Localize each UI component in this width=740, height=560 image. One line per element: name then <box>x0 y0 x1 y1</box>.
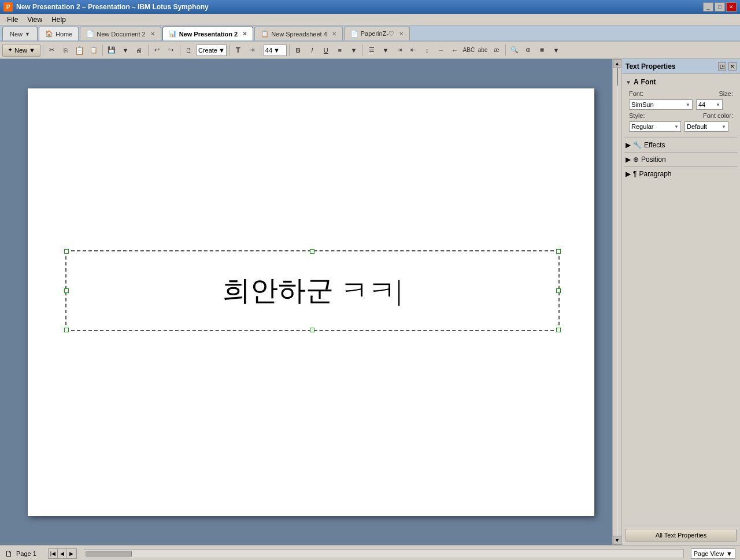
horizontal-scrollbar[interactable] <box>84 549 684 558</box>
handle-mid-left[interactable] <box>64 288 69 293</box>
handle-bot-right[interactable] <box>556 328 561 332</box>
menu-file[interactable]: File <box>2 15 23 24</box>
copy-button[interactable]: ⎘ <box>60 44 72 57</box>
style-select[interactable]: Regular ▼ <box>629 121 681 132</box>
print-button[interactable]: 🖨 <box>133 44 146 57</box>
handle-top-right[interactable] <box>556 249 561 254</box>
redo-button[interactable]: ↪ <box>165 44 177 57</box>
tab-presentation[interactable]: 📊 New Presentation 2 ✕ <box>162 27 253 40</box>
align-button[interactable]: ≡ <box>334 44 346 57</box>
tab-document-label: New Document 2 <box>97 31 145 38</box>
handle-mid-right[interactable] <box>556 288 561 293</box>
panel-footer: All Text Properties <box>622 525 740 545</box>
find-button[interactable]: 🔍 <box>508 44 521 57</box>
handle-bot-left[interactable] <box>64 328 69 332</box>
line-spacing[interactable]: ↕ <box>421 44 434 57</box>
style-color-select-row: Regular ▼ Default ▼ <box>629 121 733 132</box>
tab-home-label: Home <box>56 31 72 38</box>
bold-button[interactable]: B <box>292 44 305 57</box>
paste-special-button[interactable]: 📋 <box>87 44 100 57</box>
color-select[interactable]: Default ▼ <box>684 121 728 132</box>
list-button[interactable]: ☰ <box>365 44 378 57</box>
size-select[interactable]: 44 ▼ <box>696 99 723 110</box>
something3[interactable]: ▼ <box>550 44 563 57</box>
scroll-track-vertical[interactable] <box>617 68 618 536</box>
maximize-button[interactable]: □ <box>715 2 725 12</box>
view-select[interactable]: Page View ▼ <box>691 548 735 559</box>
page-prev-button[interactable]: ◀ <box>58 549 67 558</box>
menu-view[interactable]: View <box>23 15 47 24</box>
panel-detach-button[interactable]: ◳ <box>718 62 726 71</box>
scroll-down-button[interactable]: ▼ <box>613 536 622 545</box>
home-icon: 🏠 <box>45 30 53 38</box>
abc-lower[interactable]: abc <box>476 44 489 57</box>
tab-spreadsheet-close[interactable]: ✕ <box>332 31 336 37</box>
menu-help[interactable]: Help <box>47 15 71 24</box>
indent-left[interactable]: ⇤ <box>407 44 420 57</box>
minimize-button[interactable]: _ <box>703 2 713 12</box>
font-select[interactable]: SimSun ▼ <box>629 99 693 110</box>
tab-document-close[interactable]: ✕ <box>150 31 155 37</box>
decrease-indent[interactable]: ← <box>449 44 461 57</box>
position-section-label: Position <box>641 155 666 164</box>
italic-button[interactable]: I <box>306 44 319 57</box>
tab-document[interactable]: 📄 New Document 2 ✕ <box>80 27 161 40</box>
tab-home[interactable]: 🏠 Home <box>39 27 79 40</box>
color-value: Default <box>687 123 707 130</box>
scroll-thumb-vertical[interactable] <box>617 68 618 86</box>
something2[interactable]: ⊗ <box>536 44 549 57</box>
effects-section-header[interactable]: ▶ 🔧 Effects <box>624 139 738 151</box>
scroll-up-button[interactable]: ▲ <box>613 59 622 68</box>
right-panel: Text Properties ◳ ✕ ▼ A Font Font: Size: <box>621 59 740 545</box>
cut-button[interactable]: ✂ <box>46 44 58 57</box>
view-arrow: ▼ <box>726 550 732 557</box>
tab-presentation-close[interactable]: ✕ <box>242 31 247 37</box>
insert-button[interactable]: 🗋 <box>183 44 195 57</box>
all-text-properties-button[interactable]: All Text Properties <box>626 529 737 542</box>
increase-indent[interactable]: → <box>435 44 447 57</box>
list-dropdown[interactable]: ▼ <box>379 44 392 57</box>
align-dropdown[interactable]: ▼ <box>347 44 360 57</box>
panel-close-button[interactable]: ✕ <box>728 62 737 71</box>
paragraph-section-icon: ¶ <box>633 170 637 178</box>
indent-right[interactable]: ⇥ <box>393 44 406 57</box>
underline-button[interactable]: U <box>320 44 332 57</box>
tab-paperinz[interactable]: 📄 PaperinZ-♡ ✕ <box>344 27 410 40</box>
close-button[interactable]: ✕ <box>726 2 737 12</box>
scroll-thumb-horizontal[interactable] <box>86 551 132 557</box>
font-section-header[interactable]: ▼ A Font <box>624 76 738 88</box>
paste-button[interactable]: 📋 <box>73 44 86 57</box>
slide-text[interactable]: 희안하군 ㅋㅋ| <box>223 272 402 309</box>
position-section-header[interactable]: ▶ ⊕ Position <box>624 154 738 165</box>
handle-top-left[interactable] <box>64 249 69 254</box>
page-next-button[interactable]: ▶ <box>67 549 76 558</box>
save-button[interactable]: 💾 <box>105 44 118 57</box>
save-dropdown[interactable]: ▼ <box>119 44 132 57</box>
panel-title: Text Properties <box>626 62 675 71</box>
sep8 <box>362 44 363 56</box>
font-size-toolbar[interactable]: 44 ▼ <box>264 44 287 56</box>
handle-top-mid[interactable] <box>310 249 314 254</box>
tab-new-arrow: ▼ <box>25 31 30 37</box>
style-value: Regular <box>631 123 654 130</box>
effects-section-icon: 🔧 <box>633 141 642 149</box>
slide-area[interactable]: 희안하군 ㅋㅋ| ▲ ▼ <box>0 59 621 545</box>
page-first-button[interactable]: |◀ <box>49 549 58 558</box>
new-button[interactable]: ✦ New ▼ <box>2 44 40 57</box>
create-dropdown[interactable]: Create ▼ <box>197 44 227 56</box>
something1[interactable]: ⊕ <box>522 44 535 57</box>
undo-button[interactable]: ↩ <box>151 44 164 57</box>
divider2 <box>624 152 738 153</box>
tab-button[interactable]: ⇥ <box>246 44 258 57</box>
text-box[interactable]: 희안하군 ㅋㅋ| <box>65 250 560 331</box>
tab-paperinz-close[interactable]: ✕ <box>399 31 404 37</box>
special-char[interactable]: æ <box>490 44 503 57</box>
abc-upper[interactable]: ABC <box>462 44 475 57</box>
tab-spreadsheet[interactable]: 📋 New Spreadsheet 4 ✕ <box>254 27 343 40</box>
doc-icon: 📄 <box>86 30 94 38</box>
tab-new[interactable]: New ▼ <box>2 27 38 40</box>
handle-bot-mid[interactable] <box>310 328 314 332</box>
status-right: |◀ ◀ ▶ Page View ▼ <box>48 548 735 559</box>
text-button[interactable]: T <box>232 44 245 57</box>
paragraph-section-header[interactable]: ▶ ¶ Paragraph <box>624 168 738 180</box>
